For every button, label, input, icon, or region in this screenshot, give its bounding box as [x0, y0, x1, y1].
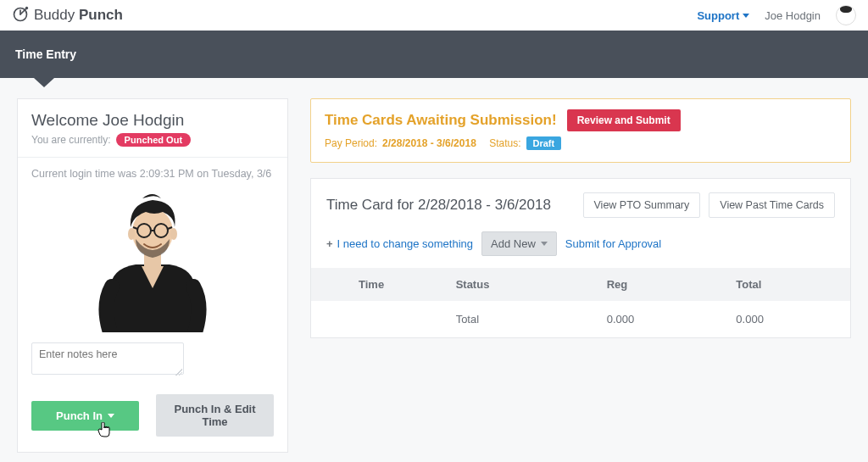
table-row-total: Total 0.000 0.000 [311, 301, 850, 337]
col-header-total: Total [721, 268, 850, 301]
add-new-label: Add New [491, 237, 536, 250]
welcome-card: Welcome Joe Hodgin You are currently: Pu… [17, 98, 288, 453]
profile-photo [93, 188, 212, 332]
alert-status-label: Status: [489, 137, 520, 149]
svg-point-4 [128, 228, 135, 240]
page-title: Time Entry [15, 47, 76, 61]
review-submit-button[interactable]: Review and Submit [567, 109, 681, 131]
last-login-time: Current login time was 2:09:31 PM on Tue… [31, 168, 274, 180]
col-header-time: Time [311, 268, 441, 301]
brand-logo[interactable]: Buddy Punch [12, 6, 123, 25]
chevron-down-icon [541, 242, 548, 246]
pay-period-value: 2/28/2018 - 3/6/2018 [382, 137, 476, 149]
avatar[interactable] [836, 5, 856, 25]
svg-point-5 [170, 228, 177, 240]
change-something-link[interactable]: + I need to change something [326, 237, 473, 250]
chevron-down-icon [108, 414, 114, 418]
cursor-pointer-icon [97, 422, 111, 441]
alert-title: Time Cards Awaiting Submission! [325, 112, 557, 129]
timecard-title: Time Card for 2/28/2018 - 3/6/2018 [326, 197, 575, 214]
divider [18, 157, 287, 158]
chevron-down-icon [743, 14, 749, 18]
alert-status-badge: Draft [526, 136, 562, 150]
brand-name-strong: Punch [79, 7, 123, 23]
punch-in-edit-button[interactable]: Punch In & Edit Time [156, 394, 274, 437]
plus-icon: + [326, 237, 333, 250]
col-header-status: Status [441, 268, 592, 301]
notes-input[interactable] [31, 342, 184, 375]
change-something-label: I need to change something [337, 237, 473, 250]
punch-in-button[interactable]: Punch In [31, 401, 139, 431]
svg-point-1 [25, 6, 28, 8]
submit-approval-link[interactable]: Submit for Approval [565, 237, 661, 250]
total-row-reg: 0.000 [592, 301, 721, 337]
view-past-timecards-button[interactable]: View Past Time Cards [709, 192, 835, 218]
total-row-label: Total [441, 301, 592, 337]
punch-in-edit-label: Punch In & Edit Time [175, 403, 256, 428]
col-header-reg: Reg [592, 268, 721, 301]
total-row-total: 0.000 [721, 301, 850, 337]
brand-text: Buddy Punch [34, 7, 123, 24]
timecard-table: Time Status Reg Total Total 0.000 0.000 [311, 268, 850, 337]
status-badge: Punched Out [116, 133, 191, 147]
punch-in-label: Punch In [56, 409, 103, 422]
submission-alert: Time Cards Awaiting Submission! Review a… [310, 98, 851, 163]
current-user-name[interactable]: Joe Hodgin [765, 9, 821, 22]
brand-name-light: Buddy [34, 7, 75, 23]
top-bar: Buddy Punch Support Joe Hodgin [0, 0, 868, 31]
pay-period-label: Pay Period: [325, 137, 377, 149]
timecard-panel: Time Card for 2/28/2018 - 3/6/2018 View … [310, 178, 851, 338]
page-subheader: Time Entry [0, 31, 868, 78]
welcome-title: Welcome Joe Hodgin [31, 111, 274, 130]
clock-hand-icon [12, 6, 29, 25]
support-dropdown[interactable]: Support [697, 9, 749, 22]
support-label: Support [697, 9, 739, 22]
add-new-dropdown[interactable]: Add New [481, 231, 557, 256]
view-pto-button[interactable]: View PTO Summary [583, 192, 701, 218]
status-prefix: You are currently: [31, 134, 111, 146]
